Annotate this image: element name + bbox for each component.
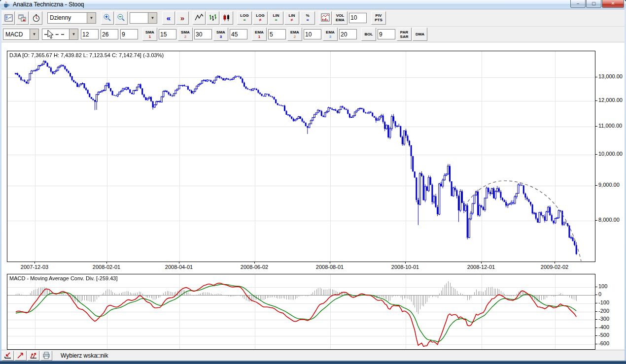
new-window-button[interactable] bbox=[16, 11, 29, 25]
macd-axis-label: -100 bbox=[598, 299, 609, 305]
button-label: = bbox=[243, 18, 246, 22]
candlestick-button[interactable] bbox=[220, 11, 233, 25]
date-axis-tick bbox=[106, 262, 107, 264]
sma3-button[interactable]: SMA 3 bbox=[213, 28, 228, 41]
sma2-period-input[interactable] bbox=[194, 29, 212, 39]
scale-up-button[interactable] bbox=[15, 351, 27, 361]
sma1-button[interactable]: SMA 1 bbox=[142, 28, 157, 41]
date-axis-label: 2008-12-01 bbox=[467, 264, 495, 270]
price-axis-tick bbox=[595, 100, 597, 101]
ema3-period-input[interactable] bbox=[339, 29, 357, 39]
scale-down-button[interactable] bbox=[2, 351, 14, 361]
macd-axis-tick bbox=[595, 335, 597, 336]
ema3-button[interactable]: EMA 3 bbox=[323, 28, 338, 41]
zoom-in-icon bbox=[103, 13, 112, 22]
price-axis-label: 11,000.00 bbox=[598, 123, 622, 129]
price-axis-label: 8,000.00 bbox=[598, 217, 620, 223]
price-chart-header: DJIA [O: 7,365.67 H: 7,439.82 L: 7,123.5… bbox=[9, 52, 164, 58]
date-axis-tick bbox=[555, 262, 555, 264]
button-label: EMA bbox=[255, 30, 264, 34]
date-axis-tick bbox=[481, 262, 482, 264]
macd-slow-input[interactable] bbox=[101, 29, 118, 39]
sma1-period-input[interactable] bbox=[159, 29, 176, 39]
date-axis-label: 2009-02-02 bbox=[541, 264, 568, 270]
title-bar[interactable]: Analiza Techniczna - Stooq – ▢ ✕ bbox=[0, 0, 626, 9]
ema2-period-input[interactable] bbox=[304, 29, 321, 39]
macd-canvas[interactable] bbox=[7, 274, 595, 349]
price-axis-tick bbox=[595, 185, 597, 186]
macd-header: MACD - Moving Average Conv. Div. [-259.4… bbox=[9, 275, 117, 281]
indicator-select[interactable]: MACD ▼ bbox=[3, 29, 39, 40]
zoom-range-select[interactable]: ▼ bbox=[130, 12, 157, 24]
macd-axis-tick bbox=[595, 295, 597, 295]
scroll-back-button[interactable]: « bbox=[162, 11, 175, 25]
auto-scale-button[interactable] bbox=[28, 351, 39, 361]
chevron-down-icon[interactable]: ▼ bbox=[148, 13, 157, 23]
chevron-down-icon[interactable]: ▼ bbox=[69, 29, 78, 39]
button-label: SMA bbox=[145, 30, 154, 34]
maximize-button[interactable]: ▢ bbox=[586, 0, 601, 8]
price-chart-panel[interactable]: DJIA [O: 7,365.67 H: 7,439.82 L: 7,123.5… bbox=[7, 51, 595, 262]
parabolic-sar-button[interactable]: PAR SAR bbox=[397, 28, 412, 41]
chevron-down-icon[interactable]: ▼ bbox=[87, 13, 96, 23]
button-label: 2 bbox=[184, 34, 186, 39]
zoom-out-button[interactable] bbox=[115, 11, 128, 25]
button-label: EMA bbox=[326, 30, 335, 34]
scale-log-eq-button[interactable]: LOG = bbox=[237, 11, 252, 25]
sma2-button[interactable]: SMA 2 bbox=[178, 28, 193, 41]
scale-log-ne-button[interactable]: LOG ≠ bbox=[253, 11, 268, 25]
date-axis-label: 2008-10-01 bbox=[391, 264, 419, 270]
scroll-forward-button[interactable]: » bbox=[176, 11, 189, 25]
close-button[interactable]: ✕ bbox=[602, 0, 624, 8]
date-axis-tick bbox=[330, 262, 330, 264]
macd-panel[interactable]: MACD - Moving Average Conv. Div. [-259.4… bbox=[7, 274, 595, 350]
scale-percent-button[interactable]: % = bbox=[300, 11, 315, 25]
button-label: 2 bbox=[294, 34, 296, 39]
macd-axis-label: -400 bbox=[598, 324, 609, 330]
line-chart-button[interactable] bbox=[193, 11, 206, 25]
line-chart-icon bbox=[195, 13, 204, 22]
vol-ema-period-input[interactable] bbox=[349, 13, 367, 23]
scale-lin-eq-button[interactable]: LIN = bbox=[269, 11, 283, 25]
ohlc-bars-button[interactable] bbox=[207, 11, 219, 25]
macd-axis-tick bbox=[595, 287, 597, 287]
ema1-period-input[interactable] bbox=[268, 29, 286, 39]
refresh-timer-button[interactable] bbox=[30, 11, 42, 25]
date-axis-tick bbox=[405, 262, 406, 264]
volume-chart-button[interactable] bbox=[319, 11, 332, 25]
minimize-button[interactable]: – bbox=[570, 0, 586, 8]
price-chart-canvas[interactable] bbox=[7, 51, 595, 262]
ema1-button[interactable]: EMA 1 bbox=[252, 28, 267, 41]
button-label: EMA bbox=[336, 18, 345, 22]
pivot-points-button[interactable]: PIV PTS bbox=[371, 11, 386, 25]
zoom-in-button[interactable] bbox=[101, 11, 114, 25]
macd-fast-input[interactable] bbox=[81, 29, 99, 39]
windows-icon bbox=[18, 14, 27, 22]
print-button[interactable] bbox=[40, 351, 52, 361]
status-message: Wybierz wska□nik bbox=[61, 352, 108, 359]
macd-axis-tick bbox=[595, 319, 597, 320]
bollinger-button[interactable]: BOL bbox=[361, 28, 376, 41]
dma-button[interactable]: DMA bbox=[413, 28, 427, 41]
double-chevron-left-icon: « bbox=[167, 14, 171, 22]
period-select-value: Dzienny bbox=[48, 14, 87, 21]
app-window: Analiza Techniczna - Stooq – ▢ ✕ Dzienny… bbox=[0, 0, 626, 364]
button-label: LIN bbox=[273, 13, 279, 18]
button-label: LIN bbox=[289, 13, 295, 18]
macd-axis-label: -200 bbox=[598, 308, 609, 314]
date-axis-tick bbox=[254, 262, 255, 264]
button-label: PIV bbox=[376, 13, 382, 18]
button-label: 1 bbox=[149, 34, 151, 39]
chart-properties-button[interactable] bbox=[2, 11, 15, 25]
bollinger-period-input[interactable] bbox=[378, 29, 395, 39]
scale-lin-ne-button[interactable]: LIN ≠ bbox=[284, 11, 299, 25]
ema2-button[interactable]: EMA 2 bbox=[287, 28, 302, 41]
line-style-select[interactable]: ▼ bbox=[42, 29, 78, 40]
chevron-down-icon[interactable]: ▼ bbox=[30, 29, 38, 39]
price-axis-label: 13,000.00 bbox=[598, 73, 623, 79]
price-axis-tick bbox=[595, 220, 597, 221]
vol-ema-button[interactable]: VOL EMA bbox=[333, 11, 348, 25]
period-select[interactable]: Dzienny ▼ bbox=[47, 12, 96, 24]
sma3-period-input[interactable] bbox=[230, 29, 247, 39]
macd-signal-input[interactable] bbox=[120, 29, 138, 39]
